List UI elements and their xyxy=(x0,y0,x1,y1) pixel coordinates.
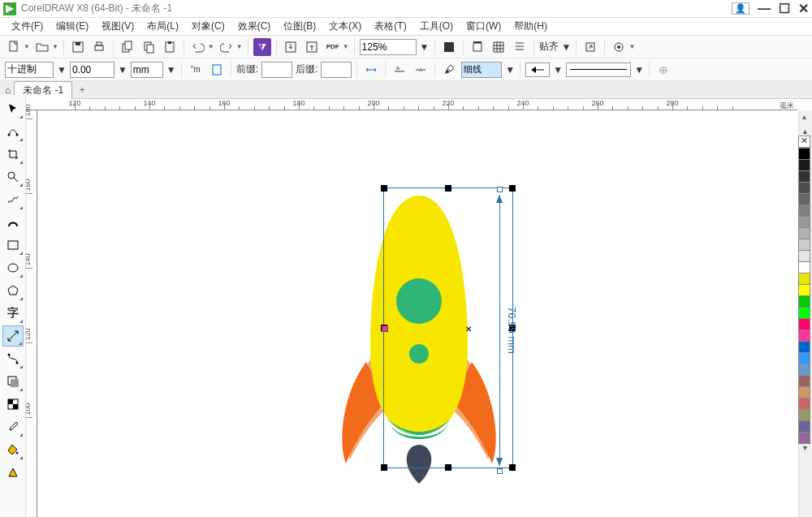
dim-horiz-icon[interactable] xyxy=(362,61,380,79)
pdf-button[interactable]: PDF xyxy=(324,38,342,56)
menu-help[interactable]: 帮助(H) xyxy=(508,18,554,35)
color-swatch[interactable] xyxy=(798,182,810,194)
menu-layout[interactable]: 布局(L) xyxy=(140,18,185,35)
color-swatch[interactable] xyxy=(798,330,810,342)
menu-file[interactable]: 文件(F) xyxy=(5,18,50,35)
smart-fill-tool[interactable] xyxy=(2,462,24,483)
undo-button[interactable] xyxy=(189,38,207,56)
shape-tool[interactable] xyxy=(2,121,24,142)
dim-endpoint-bot[interactable] xyxy=(497,468,503,474)
text-tool[interactable]: 字 xyxy=(2,303,24,324)
color-swatch[interactable] xyxy=(798,193,810,205)
handle-top-left[interactable] xyxy=(381,185,387,192)
color-swatch[interactable] xyxy=(798,227,810,239)
dim-center-icon[interactable]: A xyxy=(412,61,430,79)
print-button[interactable] xyxy=(90,38,108,56)
transparency-tool[interactable] xyxy=(2,394,24,415)
add-button[interactable]: ⊕ xyxy=(654,61,672,79)
grid-button[interactable] xyxy=(469,38,486,56)
polygon-tool[interactable] xyxy=(2,280,24,301)
menu-tools[interactable]: 工具(O) xyxy=(413,18,460,35)
freehand-tool[interactable] xyxy=(2,189,24,210)
menu-bitmap[interactable]: 位图(B) xyxy=(277,18,322,35)
palette-down-button[interactable]: ▾ xyxy=(798,443,812,452)
color-swatch[interactable] xyxy=(798,170,810,183)
export-button[interactable] xyxy=(303,38,321,56)
dim-above-icon[interactable]: A xyxy=(391,61,408,79)
dim-endpoint-top[interactable] xyxy=(497,187,503,192)
dimension-line[interactable]: 76.99 mm xyxy=(495,195,527,466)
no-fill-swatch[interactable] xyxy=(798,136,810,148)
eyedropper-tool[interactable] xyxy=(2,416,24,437)
color-swatch[interactable] xyxy=(798,386,810,399)
crop-tool[interactable] xyxy=(2,144,24,165)
close-button[interactable]: ✕ xyxy=(798,1,809,16)
ruler-horizontal[interactable]: 120140160180200220240260280 xyxy=(26,99,797,110)
new-button[interactable] xyxy=(5,38,23,56)
menu-effects[interactable]: 效果(C) xyxy=(231,18,278,35)
color-swatch[interactable] xyxy=(798,148,810,160)
rectangle-tool[interactable] xyxy=(2,235,24,256)
line-style-select[interactable] xyxy=(566,62,631,77)
color-swatch[interactable] xyxy=(798,318,810,330)
open-button[interactable] xyxy=(33,38,51,56)
selection-box[interactable]: ✕ xyxy=(383,187,513,468)
handle-top-right[interactable] xyxy=(509,185,516,192)
cut-button[interactable] xyxy=(140,38,158,56)
color-swatch[interactable] xyxy=(798,159,810,171)
menu-edit[interactable]: 编辑(E) xyxy=(50,18,95,35)
import-button[interactable] xyxy=(282,38,300,56)
menu-view[interactable]: 视图(V) xyxy=(95,18,140,35)
outline-pen-icon[interactable] xyxy=(440,61,458,79)
ruler-vertical[interactable]: 180160140120100 xyxy=(26,110,37,517)
dimension-tool[interactable] xyxy=(2,325,24,347)
lineweight-select[interactable] xyxy=(461,62,502,78)
color-swatch[interactable] xyxy=(798,432,810,444)
color-swatch[interactable] xyxy=(798,295,810,308)
arrow-start-select[interactable] xyxy=(525,62,550,77)
redo-button[interactable] xyxy=(218,38,235,56)
snap-button[interactable] xyxy=(511,38,529,56)
value-input[interactable] xyxy=(70,62,114,78)
color-swatch[interactable] xyxy=(798,239,810,251)
connector-tool[interactable] xyxy=(2,348,24,369)
color-swatch[interactable] xyxy=(798,352,810,364)
guides-button[interactable] xyxy=(490,38,508,56)
options-button[interactable] xyxy=(610,38,628,56)
dim-quote-icon[interactable]: "m xyxy=(187,61,205,79)
color-swatch[interactable] xyxy=(798,420,810,433)
palette-up-button[interactable]: ▴ xyxy=(798,127,812,136)
copy-button[interactable] xyxy=(119,38,136,56)
menu-window[interactable]: 窗口(W) xyxy=(460,18,508,35)
menu-table[interactable]: 表格(T) xyxy=(368,18,412,35)
prefix-input[interactable] xyxy=(261,62,292,78)
suffix-input[interactable] xyxy=(321,62,352,78)
save-button[interactable] xyxy=(69,38,87,56)
color-swatch[interactable] xyxy=(798,409,810,421)
fill-tool[interactable] xyxy=(2,439,24,460)
color-swatch[interactable] xyxy=(798,375,810,387)
menu-text[interactable]: 文本(X) xyxy=(322,18,368,35)
handle-bot-mid[interactable] xyxy=(445,464,451,471)
color-swatch[interactable] xyxy=(798,307,810,319)
drop-shadow-tool[interactable] xyxy=(2,371,24,392)
color-swatch[interactable] xyxy=(798,261,810,274)
color-swatch[interactable] xyxy=(798,250,810,262)
units-select[interactable] xyxy=(131,62,163,78)
add-tab-button[interactable]: + xyxy=(76,84,89,97)
ellipse-tool[interactable] xyxy=(2,257,24,278)
color-swatch[interactable] xyxy=(798,284,810,296)
canvas[interactable]: ✕ 76.99 mm xyxy=(37,110,797,517)
color-swatch[interactable] xyxy=(798,273,810,285)
color-swatch[interactable] xyxy=(798,216,810,228)
user-icon[interactable]: 👤 xyxy=(732,2,749,15)
zoom-tool[interactable] xyxy=(2,166,24,187)
zoom-select[interactable] xyxy=(360,39,417,55)
color-swatch[interactable] xyxy=(798,341,810,353)
maximize-button[interactable]: ☐ xyxy=(779,1,790,16)
search-button[interactable]: ⧩ xyxy=(253,38,271,56)
color-swatch[interactable] xyxy=(798,205,810,217)
minimize-button[interactable]: — xyxy=(758,2,771,16)
launch-button[interactable] xyxy=(581,38,599,56)
pick-tool[interactable] xyxy=(2,98,24,119)
